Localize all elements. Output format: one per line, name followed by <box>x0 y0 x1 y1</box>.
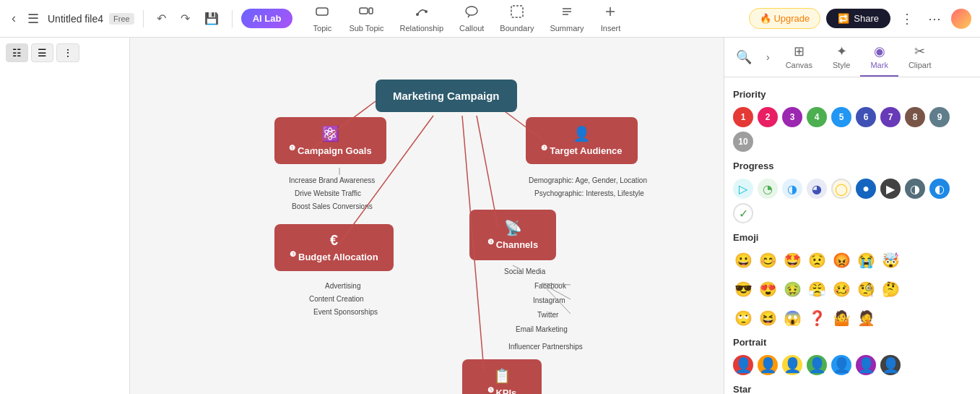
node-budget[interactable]: € ❸ Budget Allocation <box>274 224 394 271</box>
progress-empty[interactable]: ◯ <box>831 179 851 199</box>
portrait-green[interactable]: 👤 <box>807 355 827 375</box>
tool-topic[interactable]: Topic <box>304 1 340 35</box>
undo-button[interactable]: ↶ <box>152 9 170 28</box>
portrait-row: 👤 👤 👤 👤 👤 👤 👤 <box>733 355 971 375</box>
progress-check[interactable]: ✓ <box>733 203 753 223</box>
emoji-smile[interactable]: 😊 <box>758 250 778 270</box>
emoji-eyeroll[interactable]: 🙄 <box>733 308 753 328</box>
emoji-scream[interactable]: 😱 <box>782 308 802 328</box>
view-grid-button[interactable]: ☷ <box>6 43 28 62</box>
portrait-red[interactable]: 👤 <box>733 355 753 375</box>
portrait-blue[interactable]: 👤 <box>831 355 851 375</box>
emoji-star-eyes[interactable]: 🤩 <box>782 250 802 270</box>
priority-10[interactable]: 10 <box>733 132 753 152</box>
emoji-crying[interactable]: 😭 <box>856 250 876 270</box>
upgrade-button[interactable]: 🔥 Upgrade <box>749 8 820 29</box>
emoji-monocle[interactable]: 🧐 <box>856 279 876 299</box>
panel-collapse-button[interactable]: › <box>760 46 776 69</box>
progress-play[interactable]: ▷ <box>733 179 753 199</box>
priority-8[interactable]: 8 <box>905 107 925 127</box>
portrait-yellow[interactable]: 👤 <box>782 355 802 375</box>
share-button[interactable]: 🔁 Share <box>826 9 890 28</box>
node-emoji-4: 📡 <box>504 219 522 236</box>
sub-campaign-3: Boost Sales Conversions <box>292 202 373 210</box>
progress-arrow-right[interactable]: ▶ <box>880 179 901 199</box>
priority-6[interactable]: 6 <box>856 107 876 127</box>
tool-callout[interactable]: Callout <box>452 1 491 35</box>
progress-half-dark[interactable]: ◑ <box>905 179 925 199</box>
sub-target-2: Psychographic: Interests, Lifestyle <box>534 189 644 197</box>
emoji-thinking[interactable]: 🤔 <box>880 279 901 299</box>
tool-topic-label: Topic <box>313 24 332 33</box>
priority-1[interactable]: 1 <box>733 107 753 127</box>
emoji-sunglasses[interactable]: 😎 <box>733 279 753 299</box>
canvas-tab-icon: ⊞ <box>794 43 805 59</box>
portrait-dark[interactable]: 👤 <box>880 355 901 375</box>
emoji-worried[interactable]: 😟 <box>807 250 827 270</box>
more-button[interactable]: ⋯ <box>924 8 945 30</box>
view-list-button[interactable]: ☰ <box>31 43 53 62</box>
priority-4[interactable]: 4 <box>807 107 827 127</box>
clipart-tab-icon: ✂ <box>914 43 925 59</box>
node-label-4: ❹ Channels <box>487 238 538 250</box>
ai-lab-button[interactable]: AI Lab <box>241 9 293 28</box>
emoji-angry[interactable]: 😡 <box>831 250 851 270</box>
emoji-shrug[interactable]: 🤷 <box>831 308 851 328</box>
tab-canvas[interactable]: ⊞ Canvas <box>776 38 823 77</box>
portrait-orange[interactable]: 👤 <box>758 355 778 375</box>
emoji-steam[interactable]: 😤 <box>807 279 827 299</box>
svg-point-5 <box>466 7 477 15</box>
toolbar: ‹ ☰ Untitled file4 Free ↶ ↷ 💾 AI Lab Top… <box>0 0 980 38</box>
tool-insert[interactable]: Insert <box>592 1 628 35</box>
tool-relationship[interactable]: Relationship <box>393 1 451 35</box>
emoji-exploding[interactable]: 🤯 <box>880 250 901 270</box>
save-button[interactable]: 💾 <box>200 9 223 28</box>
tool-summary[interactable]: Summary <box>542 1 591 35</box>
redo-button[interactable]: ↷ <box>176 9 194 28</box>
share-label: Share <box>854 13 879 24</box>
avatar[interactable] <box>951 9 971 29</box>
callout-icon <box>464 4 479 22</box>
node-kpis[interactable]: 📋 ❺ KPIs <box>462 359 542 394</box>
toolbar-left: ‹ ☰ Untitled file4 Free ↶ ↷ 💾 AI Lab <box>9 8 292 30</box>
sub-channels-social: Social Media <box>504 267 545 275</box>
priority-7[interactable]: 7 <box>880 107 901 127</box>
priority-9[interactable]: 9 <box>929 107 950 127</box>
back-button[interactable]: ‹ <box>9 8 19 29</box>
priority-3[interactable]: 3 <box>782 107 802 127</box>
emoji-heart-eyes[interactable]: 😍 <box>758 279 778 299</box>
priority-5[interactable]: 5 <box>831 107 851 127</box>
tab-mark[interactable]: ◉ Mark <box>860 38 898 77</box>
progress-full-blue[interactable]: ● <box>856 179 876 199</box>
progress-quarter-blue[interactable]: ◐ <box>929 179 950 199</box>
view-tree-button[interactable]: ⋮ <box>56 43 79 62</box>
node-target-audience[interactable]: 👤 ❷ Target Audience <box>526 117 638 164</box>
panel-search-button[interactable]: 🔍 <box>727 43 760 71</box>
portrait-purple[interactable]: 👤 <box>856 355 876 375</box>
mark-tab-icon: ◉ <box>874 43 885 59</box>
menu-button[interactable]: ☰ <box>25 8 42 30</box>
tab-clipart[interactable]: ✂ Clipart <box>898 38 942 77</box>
emoji-sick[interactable]: 🤢 <box>782 279 802 299</box>
grid-button[interactable]: ⋮ <box>896 8 918 30</box>
progress-quarter[interactable]: ◔ <box>758 179 778 199</box>
node-channels[interactable]: 📡 ❹ Channels <box>469 210 556 260</box>
emoji-question[interactable]: ❓ <box>807 308 827 328</box>
svg-point-4 <box>425 10 428 13</box>
node-campaign-goals[interactable]: ⚛️ ❶ Campaign Goals <box>274 117 386 164</box>
root-node[interactable]: Marketing Campaign <box>376 80 517 112</box>
tool-subtopic[interactable]: Sub Topic <box>342 1 391 35</box>
canvas-area[interactable]: Marketing Campaign ⚛️ ❶ Campaign Goals I… <box>130 38 724 394</box>
tab-style[interactable]: ✦ Style <box>823 38 860 77</box>
emoji-grinning2[interactable]: 😆 <box>758 308 778 328</box>
emoji-woozy[interactable]: 🥴 <box>831 279 851 299</box>
emoji-grinning[interactable]: 😀 <box>733 250 753 270</box>
emoji-facepalm[interactable]: 🤦 <box>856 308 876 328</box>
root-label: Marketing Campaign <box>393 90 500 102</box>
tool-boundary[interactable]: Boundary <box>493 1 541 35</box>
topic-icon <box>315 4 329 22</box>
star-title: Star <box>733 384 971 394</box>
progress-half[interactable]: ◑ <box>782 179 802 199</box>
progress-three-quarter[interactable]: ◕ <box>807 179 827 199</box>
priority-2[interactable]: 2 <box>758 107 778 127</box>
